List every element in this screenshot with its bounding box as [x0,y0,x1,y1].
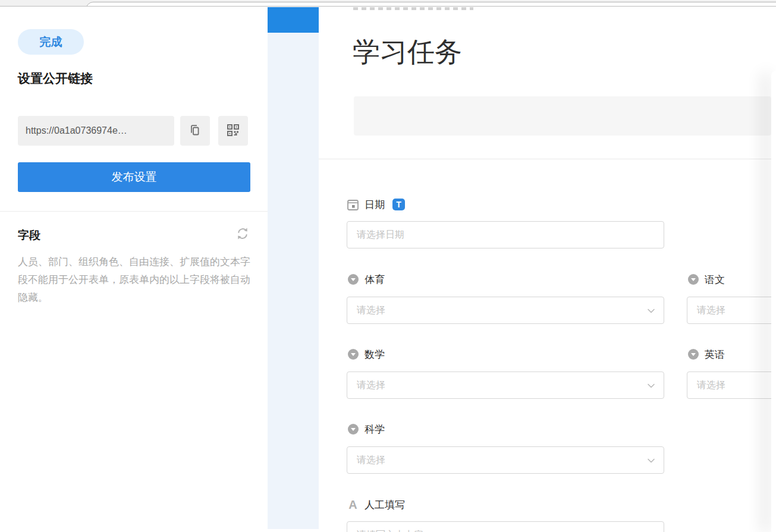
public-link-field[interactable]: https://0a1a0736974e… [18,116,174,146]
select-icon [687,273,699,286]
field-label-text: 科学 [365,423,385,436]
field-label-text: 体育 [365,273,385,287]
browser-chrome [0,0,776,7]
placeholder-text: 请选择 [357,304,385,317]
placeholder-text: 请选择 [697,379,725,392]
field-label-yingyu: 英语 [687,348,725,361]
calendar-icon [347,199,359,211]
chevron-down-icon [646,307,656,317]
panel-title: 设置公开链接 [18,70,93,87]
chevron-down-icon [646,382,656,392]
field-label-text: 日期 [365,198,385,212]
field-label-text: 数学 [365,348,385,361]
field-label-rengongtianxie: A 人工填写 [347,498,405,511]
field-label-text: 语文 [705,273,725,287]
select-yingyu[interactable]: 请选择 [687,372,776,399]
field-label-kexue: 科学 [347,423,385,436]
canvas-gutter [268,7,319,529]
copy-link-button[interactable] [180,116,210,146]
text-icon: A [347,499,359,511]
form-title[interactable]: 学习任务 [353,34,462,71]
qr-code-icon [226,123,240,139]
field-label-date: 日期 T [347,198,405,211]
select-icon [687,348,699,361]
field-label-tiyu: 体育 [347,273,385,286]
placeholder-text: 请填写文本内容 [357,529,423,532]
fields-section-title: 字段 [18,228,40,243]
field-label-shuxue: 数学 [347,348,385,361]
fields-description: 人员、部门、组织角色、自由连接、扩展值的文本字段不能用于公开表单，原表单内的以上… [18,253,253,307]
form-banner-placeholder[interactable] [354,96,771,136]
done-status-pill[interactable]: 完成 [18,29,84,55]
select-tiyu[interactable]: 请选择 [347,297,664,324]
text-input-rengongtianxie[interactable]: 请填写文本内容 [347,521,664,532]
placeholder-text: 请选择 [697,304,725,317]
gutter-scroll-indicator [268,7,319,33]
right-properties-panel-edge [771,71,776,532]
placeholder-text: 请选择日期 [357,229,404,241]
placeholder-text: 请选择 [357,454,385,467]
field-label-text: 英语 [705,348,725,361]
field-label-yuwen: 语文 [687,273,725,286]
title-field-badge[interactable]: T [392,199,405,210]
select-icon [347,273,359,286]
select-yuwen[interactable]: 请选择 [687,297,776,324]
select-icon [347,423,359,436]
drop-target-dashed-line [353,7,473,10]
placeholder-text: 请选择 [357,379,385,392]
select-shuxue[interactable]: 请选择 [347,372,664,399]
select-icon [347,348,359,361]
address-bar[interactable] [86,2,776,7]
field-label-text: 人工填写 [365,498,405,512]
panel-divider [0,211,268,212]
screen: 完成 设置公开链接 https://0a1a0736974e… [0,0,776,532]
select-kexue[interactable]: 请选择 [347,446,664,474]
refresh-icon[interactable] [235,226,250,241]
publish-settings-panel: 完成 设置公开链接 https://0a1a0736974e… [0,7,268,532]
publish-settings-button[interactable]: 发布设置 [18,162,250,192]
date-input[interactable]: 请选择日期 [347,221,664,248]
copy-icon [188,123,202,139]
qr-code-button[interactable] [218,116,248,146]
chevron-down-icon [646,457,656,467]
canvas-divider [319,159,776,159]
